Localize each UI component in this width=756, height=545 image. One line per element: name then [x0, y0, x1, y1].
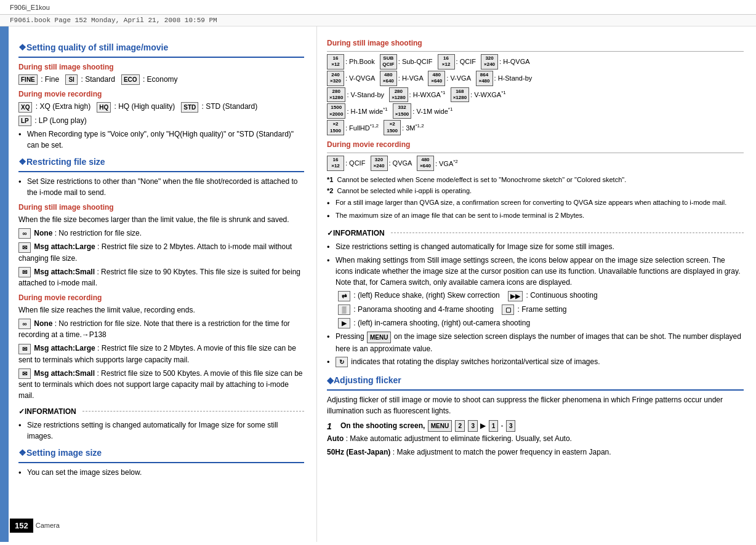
info-title-right: ✓INFORMATION — [327, 228, 744, 239]
step-1-key: 1 — [489, 420, 499, 432]
step-3-key: 3 — [468, 420, 478, 432]
section-flicker: ◆Adjusting flicker Adjusting flicker of … — [327, 374, 744, 458]
section-quality: ❖Setting quality of still image/movie Du… — [18, 41, 304, 151]
info-section-left: ✓INFORMATION • Size restrictions setting… — [18, 406, 304, 442]
size-row-1: 16×12 : Ph.Book SUBQCIF : Sub-QCIF 16×12… — [327, 54, 744, 70]
footnote-1: *1 Cannot be selected when Scene mode/ef… — [327, 175, 744, 185]
std-icon: STD — [181, 102, 198, 113]
quality-movie-content-1: XQ : XQ (Extra high) HQ : HQ (High quali… — [18, 101, 304, 112]
economy-icon: ECO — [121, 74, 140, 85]
restrict-movie-intro: When file size reaches the limit value, … — [18, 304, 304, 316]
info-right-item-2: • When making settings from Still image … — [327, 255, 744, 288]
v1mwide-icon: 332×1500 — [393, 103, 411, 119]
subqcif-icon: SUBQCIF — [380, 54, 397, 70]
menu-key: MENU — [367, 332, 391, 343]
info-title-left: ✓INFORMATION — [18, 406, 304, 417]
top-bar-title: F906i_E1kou — [10, 4, 50, 11]
section-restrict: ❖Restricting file size • Set Size restri… — [18, 156, 304, 401]
image-size-bullet: • You can set the image sizes below. — [18, 467, 304, 479]
sub-movie-recording-1: During movie recording — [18, 89, 304, 100]
restrict-still-intro: When the file size becomes larger than t… — [18, 214, 304, 225]
blue-rule-2 — [18, 171, 304, 172]
restrict-none: ∞ None : No restriction for file size. — [18, 228, 304, 239]
quality-note: • When Recording type is "Voice only", o… — [18, 129, 304, 151]
restrict-intro: • Set Size restrictions to other than "N… — [18, 176, 304, 198]
hstandby-icon: 864×480 — [476, 71, 493, 86]
info-rule-left — [82, 411, 304, 412]
restrict-movie-small: ✉ Msg attach:Small : Restrict file size … — [18, 368, 304, 401]
hvga-icon: 480×640 — [380, 71, 397, 86]
info-icons-2: ▒ : Panorama shooting and 4-frame shooti… — [338, 304, 744, 315]
msg-small-icon-2: ✉ — [18, 368, 31, 379]
standard-icon: SI — [65, 74, 78, 85]
info-rule-right — [391, 233, 744, 233]
hq-icon: HQ — [97, 102, 111, 113]
section-quality-title: ❖Setting quality of still image/movie — [18, 41, 304, 54]
flicker-intro: Adjusting flicker of still image or movi… — [327, 394, 744, 416]
qcif-movie-icon: 16×12 — [327, 156, 344, 171]
quality-still-content: FINE : Fine SI : Standard ECO : Economy — [18, 74, 304, 85]
section-restrict-title: ❖Restricting file size — [18, 156, 304, 169]
infinity-icon-2: ∞ — [18, 319, 31, 329]
info-left-item-1: • Size restrictions setting is changed a… — [18, 420, 304, 442]
h1mwide-icon: 1500×2000 — [327, 103, 345, 119]
size-row-5: ×21500 : FullHD*1,2 ×21500 : 3M*1,2 — [327, 120, 744, 135]
reduce-icon: ⇄ — [338, 291, 350, 301]
blue-rule-1 — [18, 57, 304, 58]
qvga-movie-icon: 320×240 — [371, 156, 388, 171]
page-label: Camera — [36, 520, 60, 531]
movie-size-row: 16×12 : QCIF 320×240 : QVGA 480×640 : VG… — [327, 156, 744, 171]
sub-still-restrict: During still image shooting — [18, 202, 304, 213]
vwxga-icon: 168×1280 — [451, 87, 469, 103]
xq-icon: XQ — [18, 102, 32, 113]
fine-icon: FINE — [18, 74, 38, 85]
page-info-bar: F906i.book Page 152 Monday, April 21, 20… — [0, 15, 756, 26]
panorama-icon: ▒ — [338, 304, 350, 315]
phbook-icon: 16×12 — [327, 54, 344, 70]
infinity-icon-1: ∞ — [18, 228, 31, 239]
movie-sizes-title: During movie recording — [327, 139, 744, 150]
lp-icon: LP — [18, 116, 31, 126]
info-right-item-3: • Pressing MENU on the image size select… — [327, 331, 744, 354]
restrict-movie-none: ∞ None : No restriction for file size. N… — [18, 318, 304, 340]
info-right-item-4: • ↻ indicates that rotating the display … — [327, 356, 744, 368]
info-right-item-1: • Size restrictions setting is changed a… — [327, 241, 744, 253]
top-bar: F906i_E1kou — [0, 0, 756, 15]
size-row-2: 240×320 : V-QVGA 480×640 : H-VGA 480×640… — [327, 71, 744, 86]
info-icons-1: ⇄ : (left) Reduce shake, (right) Skew co… — [338, 290, 744, 301]
size-row-3: 280×1280 : V-Stand-by 280×1280 : H-WXGA*… — [327, 87, 744, 103]
page-number: 152 — [10, 519, 33, 533]
flicker-title: ◆Adjusting flicker — [327, 374, 744, 387]
blue-rule-3 — [18, 462, 304, 463]
restrict-movie-large: ✉ Msg attach:Large : Restrict file size … — [18, 343, 304, 365]
section-movie-sizes: During movie recording 16×12 : QCIF 320×… — [327, 139, 744, 171]
vstandby-icon: 280×1280 — [327, 87, 345, 103]
main-content: ❖Setting quality of still image/movie Du… — [0, 26, 756, 542]
section-image-size-title: ❖Setting image size — [18, 447, 304, 459]
menu-key-2: MENU — [428, 420, 452, 432]
footnotes-area: *1 Cannot be selected when Scene mode/ef… — [327, 175, 744, 223]
page-container: F906i_E1kou F906i.book Page 152 Monday, … — [0, 0, 756, 545]
hwxga-icon: 280×1280 — [389, 87, 408, 103]
info-section-right: ✓INFORMATION • Size restrictions setting… — [327, 228, 744, 368]
msg-small-icon-1: ✉ — [18, 267, 31, 277]
frame-icon: ▢ — [502, 304, 514, 315]
cont-icon: ▶▶ — [508, 291, 523, 301]
footnote-3: • For a still image larger than QVGA siz… — [327, 197, 744, 210]
right-column: During still image shooting 16×12 : Ph.B… — [316, 26, 756, 542]
step-3b-key: 3 — [506, 420, 516, 432]
blue-rule-4 — [327, 389, 744, 391]
still-sizes-title: During still image shooting — [327, 38, 744, 49]
qcif-icon-1: 16×12 — [438, 54, 455, 70]
section-image-size: ❖Setting image size • You can set the im… — [18, 447, 304, 479]
step-2-key: 2 — [455, 420, 465, 432]
left-column: ❖Setting quality of still image/movie Du… — [9, 26, 316, 542]
msg-large-icon-2: ✉ — [18, 344, 31, 354]
thin-rule-1 — [327, 51, 744, 52]
flicker-auto: Auto : Make automatic adjustment to elim… — [327, 433, 744, 444]
incamera-icon: ▶ — [338, 318, 350, 328]
msg-large-icon-1: ✉ — [18, 242, 31, 253]
3m-icon: ×21500 — [384, 120, 401, 135]
flicker-50hz: 50Hz (East-Japan) : Make adjustment to m… — [327, 447, 744, 458]
rotate-icon: ↻ — [336, 357, 348, 367]
